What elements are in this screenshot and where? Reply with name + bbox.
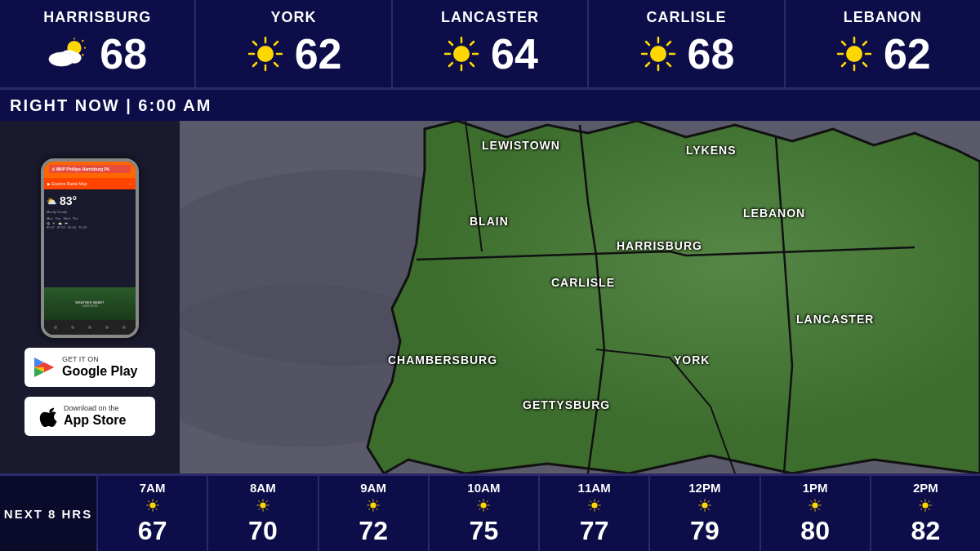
forecast-sun-8am — [251, 498, 275, 513]
svg-line-44 — [863, 42, 866, 45]
sun-icon-lancaster — [442, 34, 481, 73]
city-card-york: YORK 62 — [196, 0, 392, 87]
city-name-carlisle: CARLISLE — [646, 9, 726, 26]
svg-line-34 — [667, 63, 670, 66]
forecast-row: NEXT 8 HRS 7AM 67 8AM — [0, 476, 980, 551]
svg-line-107 — [708, 501, 709, 502]
forecast-time-10am: 10AM — [467, 481, 500, 495]
forecast-time-11am: 11AM — [578, 481, 611, 495]
svg-point-8 — [51, 55, 63, 63]
svg-line-15 — [253, 42, 256, 45]
sun-icon-lebanon — [835, 34, 874, 73]
svg-line-26 — [470, 42, 474, 45]
svg-line-17 — [274, 42, 278, 45]
forecast-time-12pm: 12PM — [688, 481, 720, 495]
temp-carlisle: 68 — [688, 29, 735, 78]
temp-lebanon: 62 — [884, 29, 931, 78]
svg-line-89 — [487, 501, 488, 502]
app-store-button[interactable]: Download on the App Store — [24, 397, 155, 436]
city-card-lancaster: LANCASTER 64 — [393, 0, 589, 87]
svg-line-116 — [818, 501, 819, 502]
city-name-harrisburg: HARRISBURG — [43, 9, 151, 26]
phone-body: ⛅ 83° Mostly Cloudy Mon Tue Wed Thu 🌤☀⛅🌧 — [44, 189, 136, 287]
map-label-lykens: LYKENS — [686, 144, 737, 157]
svg-line-98 — [598, 501, 599, 502]
svg-line-2 — [82, 40, 84, 42]
forecast-temp-8am: 70 — [248, 516, 278, 546]
svg-point-19 — [453, 46, 470, 62]
forecast-temp-11am: 77 — [580, 516, 609, 546]
forecast-sun-2pm — [913, 498, 938, 513]
svg-line-60 — [148, 501, 149, 502]
svg-line-115 — [818, 509, 819, 509]
forecast-card-2pm: 2PM 82 — [871, 476, 980, 551]
map-label-lewistown: LEWISTOWN — [482, 139, 560, 152]
svg-line-81 — [369, 509, 370, 509]
forecast-temp-12pm: 79 — [690, 516, 719, 546]
city-card-harrisburg: HARRISBURG 68 — [0, 0, 196, 87]
cloud-sun-icon — [47, 38, 90, 70]
forecast-temp-10am: 75 — [470, 516, 499, 546]
svg-line-4 — [82, 54, 84, 56]
temp-lancaster: 64 — [491, 29, 538, 78]
temp-york: 62 — [295, 29, 342, 78]
forecast-time-8am: 8AM — [250, 481, 276, 495]
sun-icon-carlisle — [639, 34, 678, 73]
forecast-card-10am: 10AM 75 — [430, 476, 540, 551]
forecast-time-7am: 7AM — [140, 481, 166, 495]
svg-line-69 — [258, 501, 259, 502]
forecast-sun-11am — [582, 498, 607, 513]
map-label-lancaster: LANCASTER — [796, 313, 874, 326]
forecast-sun-1pm — [803, 498, 827, 513]
forecast-temp-9am: 72 — [359, 516, 388, 546]
map-label-carlisle: CARLISLE — [551, 276, 615, 289]
city-card-carlisle: CARLISLE 68 — [589, 0, 785, 87]
svg-point-91 — [591, 502, 597, 508]
svg-point-55 — [149, 502, 155, 508]
city-name-york: YORK — [271, 9, 317, 26]
svg-line-27 — [449, 63, 452, 66]
svg-line-123 — [921, 501, 922, 502]
app-store-text: Download on the App Store — [64, 404, 126, 428]
forecast-sun-10am — [471, 498, 496, 513]
svg-line-88 — [487, 509, 488, 509]
svg-point-7 — [68, 52, 82, 64]
svg-line-117 — [811, 509, 812, 509]
next-8-hrs-label: NEXT 8 HRS — [4, 507, 92, 521]
temp-harrisburg: 68 — [100, 29, 147, 78]
svg-line-33 — [646, 42, 649, 45]
forecast-sun-12pm — [693, 498, 717, 513]
svg-line-63 — [148, 509, 149, 509]
svg-line-108 — [700, 509, 701, 509]
svg-line-126 — [921, 509, 922, 509]
svg-line-43 — [863, 63, 866, 66]
city-name-lancaster: LANCASTER — [441, 9, 539, 26]
svg-point-28 — [650, 46, 666, 62]
svg-line-114 — [811, 501, 812, 502]
sun-icon-york — [246, 34, 285, 73]
forecast-sun-7am — [140, 498, 165, 513]
svg-line-24 — [449, 42, 452, 45]
google-play-button[interactable]: GET IT ON Google Play — [24, 348, 155, 387]
svg-line-124 — [929, 509, 929, 509]
svg-line-71 — [266, 501, 267, 502]
svg-line-36 — [646, 63, 649, 66]
map-label-gettysburg: GETTYSBURG — [523, 398, 610, 411]
phone-footer — [44, 320, 136, 335]
city-name-lebanon: LEBANON — [844, 9, 922, 26]
svg-line-42 — [842, 42, 845, 45]
map-label-harrisburg: HARRISBURG — [617, 239, 702, 252]
svg-line-62 — [156, 501, 157, 502]
map-label-lebanon: LEBANON — [743, 207, 805, 220]
bottom-forecast-bar: NEXT 8 HRS 7AM 67 8AM — [0, 473, 980, 551]
svg-line-97 — [598, 509, 599, 509]
svg-line-106 — [708, 509, 709, 509]
forecast-temp-1pm: 80 — [800, 516, 830, 546]
svg-line-99 — [590, 509, 590, 509]
svg-line-35 — [667, 42, 670, 45]
right-now-banner: RIGHT NOW | 6:00 AM — [0, 90, 980, 121]
svg-line-79 — [376, 509, 377, 509]
map-label-chambersburg: CHAMBERSBURG — [388, 353, 497, 367]
svg-point-100 — [702, 502, 707, 508]
svg-point-118 — [923, 502, 929, 508]
